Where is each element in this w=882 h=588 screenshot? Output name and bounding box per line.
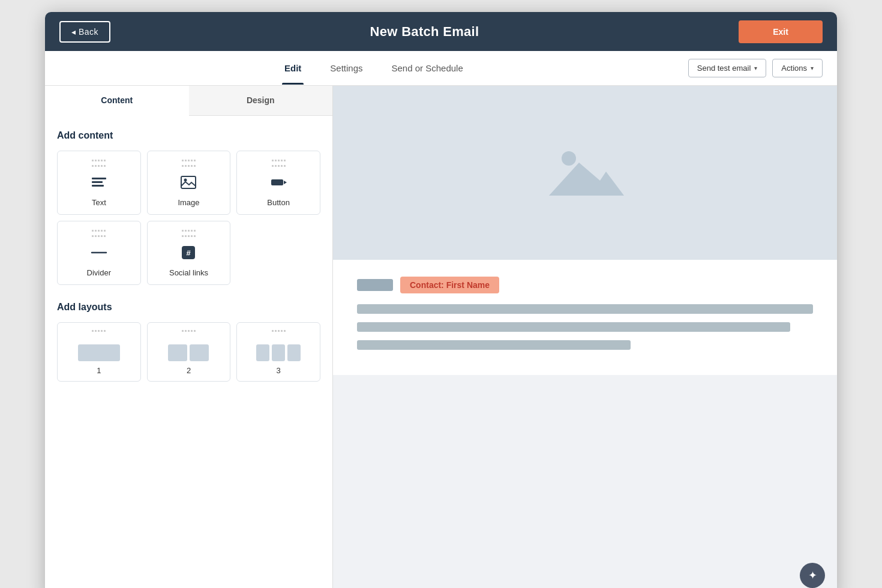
tab-group: Edit Settings Send or Schedule — [59, 52, 688, 84]
layout-2-preview — [152, 344, 226, 361]
layout-col — [78, 344, 120, 361]
layout-1-preview — [62, 344, 136, 361]
button-icon — [242, 174, 315, 194]
social-links-icon: # — [152, 244, 226, 265]
sidebar-body: Add content — [45, 116, 332, 396]
block-social-links[interactable]: # Social links — [147, 221, 231, 285]
block-dots — [62, 160, 136, 169]
app-window: ◂ Back New Batch Email Exit Edit Setting… — [45, 12, 837, 588]
exit-button[interactable]: Exit — [739, 20, 823, 43]
tab-send-or-schedule[interactable]: Send or Schedule — [389, 52, 466, 84]
chevron-down-icon: ▾ — [754, 65, 757, 71]
sub-nav-actions: Send test email ▾ Actions ▾ — [688, 59, 823, 77]
divider-block-label: Divider — [62, 268, 136, 277]
svg-rect-0 — [92, 178, 106, 179]
layout-1-label: 1 — [62, 366, 136, 375]
text-line-2 — [357, 322, 790, 332]
block-dots — [242, 330, 315, 340]
layout-col — [256, 344, 269, 361]
block-dots — [62, 230, 136, 239]
tab-settings[interactable]: Settings — [328, 52, 365, 84]
token-stub — [357, 279, 393, 291]
wand-icon: ✦ — [808, 569, 817, 582]
layouts-grid: 1 2 — [57, 322, 320, 382]
main-content: Content Design Add content — [45, 86, 837, 588]
block-dots — [152, 160, 226, 169]
svg-point-10 — [562, 151, 576, 166]
sidebar-tabs: Content Design — [45, 86, 332, 116]
send-test-email-button[interactable]: Send test email ▾ — [688, 59, 767, 77]
text-icon — [62, 174, 136, 194]
block-dots — [152, 330, 226, 340]
block-dots — [242, 160, 315, 169]
actions-button[interactable]: Actions ▾ — [772, 59, 823, 77]
layout-col — [287, 344, 301, 361]
svg-point-4 — [184, 179, 187, 182]
layout-3-preview — [242, 344, 315, 361]
text-block-label: Text — [62, 198, 136, 207]
svg-text:#: # — [187, 248, 191, 257]
content-blocks-grid: Text — [57, 151, 320, 285]
block-text[interactable]: Text — [57, 151, 141, 215]
image-placeholder-icon — [546, 142, 624, 204]
sidebar-tab-design[interactable]: Design — [189, 86, 333, 115]
actions-label: Actions — [781, 64, 807, 73]
sub-nav: Edit Settings Send or Schedule Send test… — [45, 51, 837, 86]
text-section: Contact: First Name — [333, 260, 837, 375]
email-preview: Contact: First Name — [333, 86, 837, 375]
layout-col — [168, 344, 187, 361]
layout-col — [272, 344, 285, 361]
text-line-1 — [357, 304, 813, 314]
canvas-area: Contact: First Name ✦ — [333, 86, 837, 588]
social-links-block-label: Social links — [152, 268, 226, 277]
svg-marker-6 — [284, 181, 287, 184]
add-content-title: Add content — [57, 130, 320, 141]
button-block-label: Button — [242, 198, 315, 207]
sidebar-tab-content[interactable]: Content — [45, 86, 189, 116]
back-button[interactable]: ◂ Back — [59, 21, 110, 43]
image-block-label: Image — [152, 198, 226, 207]
top-bar: ◂ Back New Batch Email Exit — [45, 12, 837, 51]
image-section — [333, 86, 837, 260]
layout-col — [190, 344, 209, 361]
tab-edit[interactable]: Edit — [282, 52, 304, 84]
token-row: Contact: First Name — [357, 277, 813, 293]
layout-2[interactable]: 2 — [147, 322, 231, 382]
svg-rect-5 — [271, 179, 283, 185]
send-test-email-label: Send test email — [697, 64, 751, 73]
divider-icon — [62, 244, 136, 265]
page-title: New Batch Email — [370, 24, 479, 40]
add-layouts-title: Add layouts — [57, 302, 320, 313]
layout-3-label: 3 — [242, 366, 315, 375]
svg-rect-2 — [92, 185, 104, 187]
sidebar: Content Design Add content — [45, 86, 333, 588]
chevron-down-icon: ▾ — [811, 65, 814, 71]
image-icon — [152, 174, 226, 194]
floating-help-button[interactable]: ✦ — [800, 563, 825, 588]
block-image[interactable]: Image — [147, 151, 231, 215]
block-button[interactable]: Button — [236, 151, 320, 215]
block-divider[interactable]: Divider — [57, 221, 141, 285]
layout-3[interactable]: 3 — [236, 322, 320, 382]
block-dots — [152, 230, 226, 239]
layout-1[interactable]: 1 — [57, 322, 141, 382]
text-line-3 — [357, 340, 631, 350]
layout-2-label: 2 — [152, 366, 226, 375]
contact-first-name-token: Contact: First Name — [400, 277, 499, 293]
svg-rect-1 — [92, 181, 103, 183]
svg-rect-3 — [181, 176, 196, 188]
block-dots — [62, 330, 136, 340]
svg-marker-11 — [549, 163, 624, 196]
